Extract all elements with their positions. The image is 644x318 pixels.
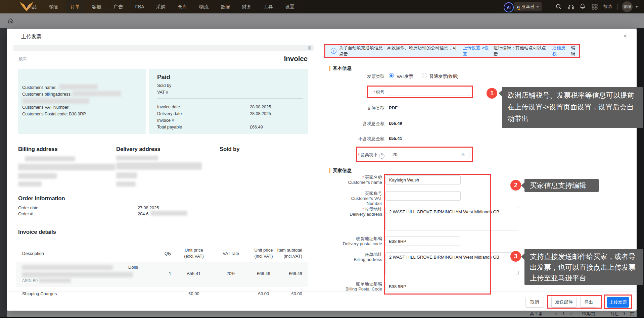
nav-item-ads[interactable]: 广告 [109, 0, 128, 13]
preview-scroll-header [13, 45, 314, 51]
store-selector[interactable]: a 亚马逊 [514, 2, 542, 11]
annotation-tooltip-3: 支持直接发送邮件给买家，或者导出发票，也可以直接点击上传发票上传至亚马逊平台 [524, 249, 643, 285]
nav-item-warehouse[interactable]: 仓库 [173, 0, 192, 13]
delivery-date-value: 28.08.2025 [250, 111, 271, 116]
invoice-paid-box: Paid Sold by VAT # Invoice date 28.08.20… [149, 69, 308, 134]
nav-item-data[interactable]: 数据 [216, 0, 235, 13]
radio-vat-invoice-label[interactable]: VAT发票 [397, 73, 413, 80]
notification-bell-icon[interactable] [579, 3, 586, 10]
total-incl-value: £66.49 [389, 121, 402, 126]
customer-name-label: Customer's name: [22, 85, 56, 90]
nav-item-finance[interactable]: 财务 [237, 0, 256, 13]
invoice-type-label: 发票类型 [351, 73, 384, 80]
col-unit-excl-line1: Unit price [178, 248, 210, 253]
modal-title: 上传发票 [21, 34, 41, 40]
buyer-name-label-en: Customer's name [335, 180, 382, 185]
radio-normal-invoice[interactable] [422, 73, 427, 78]
nav-item-service[interactable]: 客服 [87, 0, 106, 13]
shipping-charges-label: Shipping Charges [22, 291, 57, 296]
total-incl-label: 含税总金额 [351, 121, 384, 127]
nav-item-orders[interactable]: 订单 [66, 0, 85, 13]
shipping-subtotal: £0.00 [274, 291, 302, 296]
invoice-item-row: Dolls ASIN:B0 1 £55.41 20% £66.49 £66.49 [16, 262, 308, 287]
radio-normal-invoice-label[interactable]: 普通发票(收据) [429, 73, 459, 80]
buyer-name-input[interactable] [385, 175, 461, 184]
nav-item-purchase[interactable]: 采购 [151, 0, 170, 13]
nav-item-fba[interactable]: FBA [130, 0, 149, 13]
nav-item-products[interactable]: 商品 [22, 0, 41, 13]
nav-item-sales[interactable]: 销售 [44, 0, 63, 13]
invoice-date-label: Invoice date [157, 104, 180, 109]
total-payable-label: Total payable [157, 124, 182, 129]
delivery-address-heading: Delivery address [116, 146, 160, 153]
billing-address-textarea[interactable]: 2 WAST HILL GROVE BIRMINGHAM West Midlan… [385, 252, 519, 275]
top-nav: 商品 销售 订单 客服 广告 FBA 采购 仓库 物流 数据 财务 工具 设置 … [0, 0, 644, 13]
nav-item-tools[interactable]: 工具 [259, 0, 278, 13]
apps-grid-icon[interactable] [591, 3, 598, 10]
send-email-button[interactable]: 发送邮件 [551, 297, 577, 308]
upload-invoice-button[interactable]: 上传发票 [607, 297, 629, 308]
order-date-label: Order date [18, 205, 38, 210]
preview-scrollbar-thumb[interactable] [308, 46, 311, 50]
delivery-address-label-en: Delivery address [335, 212, 382, 217]
amazon-logo-icon: a [517, 4, 520, 9]
vat-rate-input[interactable] [389, 150, 469, 159]
shipping-unit-excl: £0.00 [178, 291, 210, 296]
buyer-section-bar [329, 168, 330, 173]
search-icon[interactable] [555, 3, 562, 10]
account-avatar[interactable]: 管理 [622, 1, 633, 12]
vat-number-label: VAT # [157, 90, 168, 95]
vat-rate-help-icon[interactable]: ? [379, 153, 384, 159]
nav-item-settings[interactable]: 设置 [280, 0, 299, 13]
col-qty: Qty [156, 251, 171, 256]
invoice-title: Invoice [242, 55, 308, 63]
buyer-section-title: 买家信息 [333, 168, 352, 174]
delivery-address-textarea[interactable]: 2 WAST HILL GROVE BIRMINGHAM West Midlan… [385, 207, 519, 230]
col-vat-rate: VAT rate [217, 251, 245, 256]
banner-text-1: 为了自动填充必填信息，高效操作。欧洲店铺的公司信息，可点击 [339, 45, 461, 57]
customer-billing-label: Customer's billingaddress: [22, 92, 72, 97]
file-type-value: PDF [389, 105, 398, 110]
info-icon: i [331, 48, 336, 54]
ai-assistant-icon[interactable]: AI [504, 2, 514, 12]
invoice-customer-box: Customer's name: Customer's billingaddre… [18, 69, 146, 134]
modal-close-icon[interactable]: × [623, 32, 627, 40]
col-unit-excl-line2: (excl.VAT) [178, 254, 210, 259]
basic-section-bar [329, 66, 330, 71]
annotation-tooltip-2: 买家信息支持编辑 [524, 179, 599, 192]
vat-rate-label: *发票税率? [347, 152, 384, 159]
export-button[interactable]: 导出 [580, 297, 597, 308]
paid-box-divider [157, 98, 303, 99]
annotation-tooltip-1: 欧洲店铺税号、发票税率等信息可以提前在上传设置->设置页面设置，设置后会自动带出 [502, 87, 643, 128]
order-number-label: Order # [18, 211, 33, 216]
total-payable-value: £66.49 [250, 124, 263, 129]
app-root: 商品 销售 订单 客服 广告 FBA 采购 仓库 物流 数据 财务 工具 设置 … [0, 0, 644, 318]
cancel-button[interactable]: 取消 [525, 297, 544, 308]
tooltip-arrow [499, 90, 502, 96]
banner-text-2: 进行编辑；其他站点可以点击 [494, 45, 548, 57]
buyer-vat-label-en: Customer's VAT Number [335, 196, 382, 206]
help-link[interactable]: 帮助 [603, 0, 612, 13]
preview-label: 预览 [18, 56, 27, 62]
order-number-value: 204-6 [138, 211, 148, 216]
nav-item-logistics[interactable]: 物流 [194, 0, 213, 13]
banner-link-store-auth[interactable]: 店铺授权 [552, 45, 569, 57]
tax-no-input[interactable] [389, 87, 470, 96]
billing-postal-input[interactable] [385, 282, 460, 291]
account-chevron-down-icon[interactable] [635, 6, 638, 8]
buyer-vat-input[interactable] [385, 191, 461, 201]
radio-vat-invoice[interactable] [389, 73, 394, 78]
col-subtotal-line2: (incl.VAT) [274, 254, 302, 259]
invoice-number-label: Invoice # [157, 118, 174, 123]
banner-link-upload-settings[interactable]: 上传设置->设置 [463, 45, 492, 57]
info-banner: i 为了自动填充必填信息，高效操作。欧洲店铺的公司信息，可点击 上传设置->设置… [325, 45, 579, 57]
file-type-label: 文件类型 [351, 105, 384, 111]
invoice-details-heading: Invoice details [18, 229, 56, 235]
headset-icon[interactable] [568, 3, 574, 10]
total-excl-value: £55.41 [389, 136, 402, 141]
delivery-postal-input[interactable] [385, 236, 460, 246]
delivery-postal-label-en: Delivery postal code [335, 241, 382, 246]
percent-suffix: % [461, 152, 465, 157]
col-subtotal-line1: Item subtotal [274, 248, 302, 253]
customer-vat-label: Customer's VAT Number: [22, 105, 70, 110]
